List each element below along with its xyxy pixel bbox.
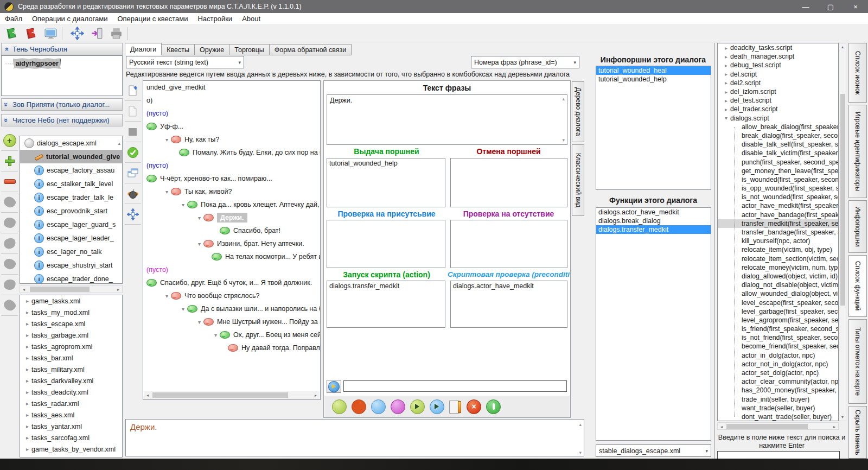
script-function-item[interactable]: kill_yourself(npc, actor) [718,237,838,245]
script-function-item[interactable]: allow_wounded_dialog(object, victi [718,289,838,298]
tree-item[interactable]: iesc_provodnik_start [20,204,122,218]
plus-icon[interactable] [1,151,18,172]
panel-header-call-of-pripyat[interactable]: Зов Припяти (только диалог... [1,98,123,111]
tab-Торговцы[interactable]: Торговцы [229,44,270,55]
dialog-file-combo[interactable]: stable_dialogs_escape.xml ▾ [596,444,711,457]
script-function-item[interactable]: has_2000_money(first_speaker, se [718,386,838,395]
scroll-left-icon[interactable] [20,287,28,292]
phrase-number-combo[interactable]: Номера фраз (phrase_id=) ▾ [471,56,579,68]
screen-preview-icon[interactable] [42,26,59,41]
function-item[interactable]: dialogs.transfer_medkit [596,225,711,234]
script-function-item[interactable]: is_wounded(first_speaker, second_ [718,175,838,184]
panel-header-shadow-of-chernobyl[interactable]: Тень Чернобыля [1,43,123,55]
scripts-hscrollbar[interactable] [717,422,839,430]
script-function-item[interactable]: punch(first_speaker, second_speak [718,157,838,166]
script-function-item[interactable]: transfer_bandage(first_speaker, s [718,228,838,237]
script-function-item[interactable]: relocate_money(victim, num, type) [718,263,838,272]
tree-item[interactable]: iescape_lager_guard_s [20,218,122,231]
script-function-item[interactable]: get_money_then_leave(first_speak [718,167,838,175]
files-tree-hscrollbar[interactable] [20,285,123,293]
script-function-item[interactable]: trade_init(seller, buyer) [718,395,838,404]
scripts-vscrollbar[interactable] [839,43,846,421]
phrase-tree-row[interactable]: Извини, брат. Нету аптечки. [143,237,320,250]
edit-note-button[interactable] [449,400,462,414]
script-function-item[interactable]: actor_not_in_dolg(actor, npc) [718,360,838,369]
tree-item[interactable]: tutorial_wounded_give [20,150,122,163]
scroll-thumb[interactable] [726,424,808,429]
script-function-item[interactable]: actor_in_dolg(actor, npc) [718,351,838,360]
script-function-item[interactable]: level_escape(first_speaker, second [718,298,838,307]
blob-1-icon[interactable] [1,192,18,213]
precondition-box[interactable]: dialogs.actor_have_medkit [450,281,567,328]
scroll-left-icon[interactable] [144,393,151,398]
phrase-tree-row[interactable]: Мне Шустрый нужен... Пойду за ним. Компа [143,315,320,328]
script-function-item[interactable]: level_garbage(first_speaker, secon [718,307,838,316]
task-file-item[interactable]: tasks_radar.xml [20,398,122,409]
phrase-tree-row[interactable]: Держи. [143,211,320,224]
phrase-tree-row[interactable]: о) [143,94,320,107]
script-file-item[interactable]: deadcity_tasks.script [718,43,838,52]
phrase-tree-row[interactable]: Ч-чёрт, хреново-то как... помираю... [143,172,320,185]
phrase-tree-row[interactable]: (пусто) [143,159,320,172]
phrase-preview-area[interactable]: Держи. [125,419,584,456]
script-file-item[interactable]: del_test.script [718,96,838,105]
script-function-item[interactable]: break_dialog(first_speaker, second [718,131,838,140]
phrase-tree-row[interactable]: (пусто) [143,107,320,120]
menu-item-About[interactable]: About [237,15,265,23]
close-button[interactable]: × [843,0,868,13]
tree-item[interactable]: iescape_trader_done_ [20,272,122,284]
infoportion-item[interactable]: tutorial_wounded_heal [596,66,711,75]
check-icon[interactable] [125,142,141,163]
phrase-tree-row[interactable]: (пусто) [143,263,320,276]
green-ball-button[interactable] [332,399,347,414]
cancel-portions-box[interactable] [450,158,567,207]
script-function-item[interactable]: disable_talk_self(first_speaker, sec [718,140,838,149]
script-file-item[interactable]: del_trader.script [718,105,838,113]
menu-item-Операции с диалогами[interactable]: Операции с диалогами [27,15,112,23]
script-function-item[interactable]: dont_want_trade(seller, buyer) [718,412,838,421]
printer-icon[interactable] [108,26,124,41]
function-item[interactable]: dialogs.break_dialog [596,217,711,225]
language-combo[interactable]: Русский текст (string text) ▾ [126,56,244,68]
tab-Инфопоршни[interactable]: Инфопоршни [848,200,867,253]
export-arrow-icon[interactable] [88,26,105,41]
script-function-item[interactable]: relocate_item(victim, obj, type) [718,245,838,254]
phrase-text-area[interactable]: Держи. [327,94,567,145]
task-file-item[interactable]: tasks_deadcity.xml [20,386,122,398]
scroll-thumb[interactable] [152,392,288,398]
tab-Список функций[interactable]: Список функций [848,255,867,317]
cascade-icon[interactable] [125,163,141,183]
tree-item[interactable]: iescape_lager_leader_ [20,231,122,245]
script-file-item[interactable]: del_izlom.script [718,87,838,96]
scroll-right-icon[interactable] [114,287,122,292]
script-function-item[interactable]: want_trade(seller, buyer) [718,404,838,412]
tab-Игровые идентификаторы[interactable]: Игровые идентификаторы [848,105,867,198]
scroll-thumb[interactable] [840,94,845,306]
script-function-item[interactable]: dialog_not_disable(object, victim, i [718,281,838,289]
script-function-item[interactable]: is_not_wounded(first_speaker, sec [718,193,838,201]
task-file-item[interactable]: game_tasks.xml [20,295,122,307]
check-present-box[interactable] [327,220,445,268]
task-file-item[interactable]: tasks_escape.xml [20,318,122,329]
function-item[interactable]: dialogs.actor_have_medkit [596,208,711,217]
tree-root[interactable]: dialogs_escape.xml▴ [20,136,122,150]
purple-ball-button[interactable] [391,399,405,414]
tree-item[interactable]: iesc_lager_no_talk [20,245,122,258]
task-file-item[interactable]: tasks_yantar.xml [20,421,122,432]
script-function-item[interactable]: is_friend(first_speaker, second_sp [718,325,838,333]
panel-header-clear-sky[interactable]: Чистое Небо (нет поддержки) [1,114,123,126]
script-function-item[interactable]: actor_have_medkit(first_speaker, [718,201,838,210]
task-file-item[interactable]: tasks_bar.xml [20,352,122,364]
blob-5-icon[interactable] [1,275,18,295]
tab-Диалоги[interactable]: Диалоги [125,43,162,55]
blue-ball-button[interactable] [371,399,386,414]
task-file-item[interactable]: tasks_agroprom.xml [20,341,122,352]
move-small-icon[interactable] [125,204,141,225]
blob-6-icon[interactable] [1,295,18,316]
add-ball-icon[interactable]: + [1,130,18,151]
check-absent-box[interactable] [450,220,567,268]
move-crosshair-icon[interactable] [69,26,85,41]
task-file-item[interactable]: tasks_sarcofag.xml [20,432,122,443]
tree-item[interactable]: iescape_trader_talk_le [20,190,122,204]
scroll-right-icon[interactable] [831,424,838,429]
